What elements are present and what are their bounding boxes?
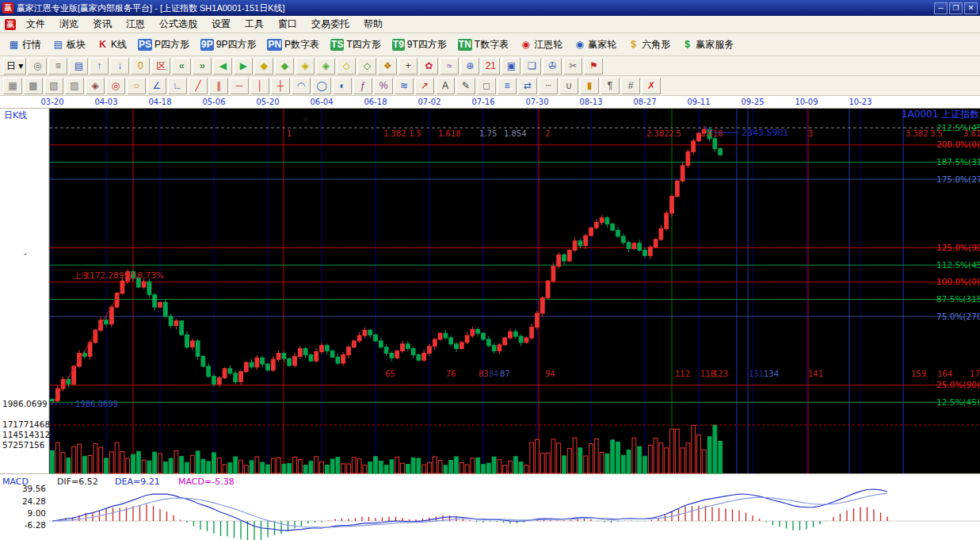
gann-box-tool-icon[interactable]: ▧ [44,78,63,94]
calendar-21-icon[interactable]: 21 [481,58,500,75]
gann-wheel-button[interactable]: ◉ 江恩轮 [514,36,568,54]
octagon-tool-icon[interactable]: ◈ [86,78,105,94]
toolbar-button-label: P四方形 [154,38,189,52]
toolbar-button-label: 赢家服务 [696,38,734,52]
nine-p-square-button[interactable]: 9P 9P四方形 [195,36,261,54]
compare-tool-icon[interactable]: ⇄ [518,78,537,94]
gann-shape-6-icon[interactable]: ◇ [357,58,376,75]
channel-tool-icon[interactable]: ∥ [209,78,228,94]
gann-square-tool-icon[interactable]: ▨ [65,78,84,94]
gann-shape-2-icon[interactable]: ◆ [275,58,294,75]
magnet-tool-icon[interactable]: ∪ [559,78,578,94]
delete-all-tool-icon[interactable]: ✗ [642,78,661,94]
gann-shape-4-icon[interactable]: ◈ [316,58,335,75]
p-square-button[interactable]: PS P四方形 [132,36,195,54]
text-tool-icon[interactable]: A [436,78,455,94]
toolbar-button-icon: $ [681,39,693,51]
gann-grid-tool-icon[interactable]: ▦ [3,78,22,94]
gann-shape-3-icon[interactable]: ◈ [296,58,315,75]
last-bar-icon[interactable]: » [193,58,212,75]
save-icon[interactable]: ✇ [543,58,562,75]
gann-shape-1-icon[interactable]: ◆ [254,58,273,75]
wave-count-tool-icon[interactable]: ≋ [395,78,414,94]
menu-item[interactable]: 设置 [204,16,238,33]
arrow-down-icon[interactable]: ↓ [110,58,129,75]
p-number-table-button[interactable]: PN P数字表 [261,36,325,54]
first-bar-icon[interactable]: « [172,58,191,75]
crosshair-icon[interactable]: + [398,58,418,75]
t-square-button[interactable]: TS T四方形 [325,36,387,54]
scissors-icon[interactable]: ✂ [563,58,582,75]
menu-item[interactable]: 窗口 [271,16,304,33]
sectors-button[interactable]: ▤ 板块 [47,36,91,54]
winner-wheel-button[interactable]: ◉ 赢家轮 [568,36,622,54]
menu-item[interactable]: 交易委托 [304,16,357,33]
next-bar-icon[interactable]: ▶ [234,58,253,75]
menu-item[interactable]: 工具 [238,16,271,33]
highlight-tool-icon[interactable]: ▮ [580,78,599,94]
hexagon-tool-icon[interactable]: ○ [127,78,146,94]
svg-text:170: 170 [970,370,980,378]
wave-icon[interactable]: ≈ [440,58,459,75]
gann-wheel-tool-icon[interactable]: ◎ [106,78,125,94]
zero-reset-icon[interactable]: 0 [131,58,150,75]
cross-line-tool-icon[interactable]: ┼ [271,78,290,94]
zoom-icon[interactable]: ⊕ [460,58,479,75]
cycle-tool-icon[interactable]: ◐ [333,78,352,94]
chart-area[interactable]: 03-2004-0304-1805-0605-2006-0406-1807-02… [0,96,980,540]
screenshot-tool-icon[interactable]: # [621,78,640,94]
overlay-tool-icon[interactable]: ≡ [498,78,517,94]
menu-item[interactable]: 公式选股 [152,16,204,33]
period-day-dropdown[interactable]: 日 ▾ [3,58,26,75]
zone-icon[interactable]: 区 [151,58,170,75]
arc-tool-icon[interactable]: ◠ [292,78,311,94]
gann-grid-dense-tool-icon[interactable]: ▩ [24,78,43,94]
fibonacci-tool-icon[interactable]: ƒ [353,78,372,94]
maximize-button[interactable]: ❐ [949,2,963,14]
vertical-line-tool-icon[interactable]: │ [250,78,269,94]
drawing-toolbar: ▦▩▧▨◈◎○∠∟╱∥─│┼◠◯◐ƒ%≋↗A✎◻≡⇄┄∪▮¶#✗ [0,76,980,96]
gann-fan-tool-icon[interactable]: ∠ [147,78,166,94]
circle-tool-icon[interactable]: ◯ [312,78,331,94]
svg-text:84: 84 [489,370,499,378]
gann-shape-5-icon[interactable]: ◇ [337,58,356,75]
menu-item[interactable]: 浏览 [52,16,86,33]
nine-t-square-button[interactable]: T9 9T四方形 [387,36,452,54]
winner-service-button[interactable]: $ 赢家服务 [676,36,739,54]
svg-text:2.618: 2.618 [700,129,723,138]
quotes-button[interactable]: ▦ 行情 [2,36,47,54]
arrow-tool-icon[interactable]: ↗ [415,78,434,94]
layers-icon[interactable]: ▤ [69,58,88,75]
menu-bar: 赢 文件浏览资讯江恩公式选股设置工具窗口交易委托帮助 [0,16,980,33]
minimize-button[interactable]: ─ [934,2,948,14]
horizontal-line-tool-icon[interactable]: ─ [230,78,249,94]
ruler-tool-icon[interactable]: ┄ [539,78,558,94]
toolbar-button-icon: 9P [200,39,214,51]
angle-tool-icon[interactable]: ∟ [168,78,187,94]
panel-layout-icon[interactable]: ▣ [501,58,521,75]
close-button[interactable]: ✕ [964,2,978,14]
connection-icon[interactable]: ◎ [28,58,47,75]
flag-icon[interactable]: ⚑ [584,58,603,75]
note-tool-icon[interactable]: ¶ [601,78,620,94]
menu-item[interactable]: 江恩 [119,16,152,33]
prev-bar-icon[interactable]: ◀ [213,58,232,75]
kline-button[interactable]: K K线 [91,36,132,54]
pan-hand-icon[interactable]: ❖ [378,58,397,75]
menu-item[interactable]: 资讯 [86,16,119,33]
menu-item[interactable]: 文件 [19,16,52,33]
percent-tool-icon[interactable]: % [374,78,393,94]
toolbar-button-label: T四方形 [346,38,380,52]
chart-canvas[interactable]: 03-2004-0304-1805-0605-2006-0406-1807-02… [0,96,980,540]
menu-item[interactable]: 帮助 [357,16,390,33]
hexagon-button[interactable]: $ 六角形 [622,36,676,54]
multi-window-icon[interactable]: ❏ [522,58,541,75]
quote-list-icon[interactable]: ≡ [48,58,67,75]
grapes-tool-icon[interactable]: ✿ [419,58,438,75]
arrow-up-icon[interactable]: ↑ [90,58,109,75]
pencil-tool-icon[interactable]: ✎ [456,78,475,94]
menu-items: 文件浏览资讯江恩公式选股设置工具窗口交易委托帮助 [19,16,390,33]
t-number-table-button[interactable]: TN T数字表 [452,36,514,54]
trend-line-tool-icon[interactable]: ╱ [189,78,208,94]
eraser-tool-icon[interactable]: ◻ [477,78,496,94]
